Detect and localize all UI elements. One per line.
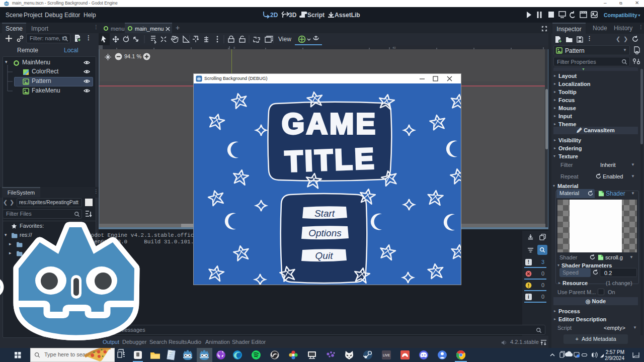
svg-text:2:57 PM: 2:57 PM: [606, 349, 624, 355]
svg-text:View: View: [278, 36, 291, 43]
svg-text:GAME: GAME: [282, 107, 377, 140]
svg-text:2/9/2024: 2/9/2024: [605, 355, 624, 361]
svg-text:LIVE: LIVE: [383, 353, 390, 357]
svg-text:Start: Start: [314, 208, 335, 219]
svg-text:Options: Options: [308, 228, 342, 238]
svg-text:Quit: Quit: [315, 250, 334, 261]
svg-text:TITLE: TITLE: [284, 142, 376, 177]
